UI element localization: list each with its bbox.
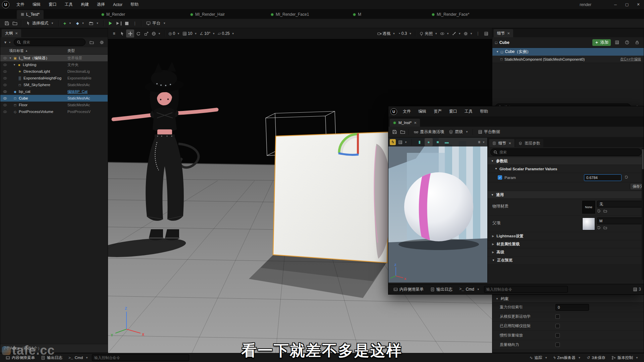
shape-plane-button[interactable]: ▬ (443, 138, 451, 146)
material-details-tab[interactable]: 细节✕ (489, 139, 515, 147)
shape-cylinder-button[interactable]: ▮ (416, 138, 424, 146)
details-help-button[interactable] (623, 39, 631, 47)
unreal-logo-icon[interactable]: U (2, 1, 9, 8)
material-preview-viewport[interactable]: Z X ϟ ▼ ▮ ● ■ ▬ ≡▼ (388, 138, 488, 283)
outliner-row-directionallight[interactable]: ☀ DirectionalLightDirectionalLig (0, 68, 108, 75)
brush-settings-dropdown[interactable]: ▼ (450, 29, 462, 38)
visibility-eye-icon[interactable] (2, 63, 8, 67)
outliner-row-skysphere[interactable]: □ SM_SkySphereStaticMeshAc (0, 81, 108, 88)
component-tree-root-row[interactable]: ▼□ Cube（实例） (492, 48, 644, 56)
filter-button[interactable]: ▼▾ (2, 38, 12, 46)
minimize-button[interactable]: ─ (610, 0, 621, 9)
constraints-header[interactable]: ▼约束 (492, 295, 644, 303)
close-icon[interactable]: ✕ (507, 32, 510, 35)
outliner-search-input[interactable] (23, 40, 83, 44)
shape-sphere-button[interactable]: ● (425, 138, 433, 146)
use-selected-icon[interactable] (597, 226, 601, 231)
browse-asset-icon[interactable] (603, 209, 607, 214)
console-input[interactable] (92, 354, 189, 361)
kinematic-checkbox[interactable] (555, 314, 560, 319)
add-component-button[interactable]: ＋添加 (592, 39, 611, 46)
select-tool-button[interactable] (118, 29, 126, 38)
show-inactive-toggle[interactable]: 显示未激活项 (412, 128, 446, 136)
gyro-checkbox[interactable] (555, 324, 560, 328)
visibility-eye-icon[interactable] (2, 56, 8, 60)
more-options-button[interactable]: ⋮ (474, 29, 482, 38)
physical-material-select[interactable]: 无▼ (597, 201, 644, 207)
preview-image-dropdown[interactable]: ▼ (397, 138, 409, 146)
param-group-header[interactable]: ▼参数组 (488, 157, 644, 165)
material-search-input[interactable] (499, 150, 639, 154)
outliner-row-heightfog[interactable]: ▒ ExponentialHeightFogExponentialHe (0, 75, 108, 81)
mw-menu-window[interactable]: 窗口 (445, 106, 461, 117)
select-mode-dropdown[interactable]: 选择模式▼ (24, 19, 56, 27)
mw-menu-tools[interactable]: 工具 (461, 106, 476, 117)
tab-mi-render-hair[interactable]: MI_Render_Hair (186, 10, 229, 19)
quick-add-dropdown[interactable]: +▼ (61, 19, 74, 27)
platforms-dropdown[interactable]: 平台▼ (144, 19, 168, 27)
outliner-column-header[interactable]: 项目标签▲ 类型 (0, 47, 108, 55)
move-tool-button[interactable] (126, 29, 134, 38)
shape-cube-button[interactable]: ■ (434, 138, 442, 146)
mass-checkbox[interactable] (555, 343, 560, 347)
viewport-settings-dropdown[interactable]: ▼ (462, 29, 474, 38)
details-view-options-button[interactable] (613, 39, 621, 47)
world-local-toggle[interactable]: ▼ (150, 29, 162, 38)
visibility-eye-icon[interactable] (2, 110, 8, 114)
outliner-row-folder[interactable]: ▼■ Lighting文件夹 (0, 61, 108, 68)
visibility-eye-icon[interactable] (2, 89, 8, 94)
outliner-row-floor[interactable]: □ FloorStaticMeshAc (0, 102, 108, 108)
blueprints-dropdown[interactable]: ◆▼ (74, 19, 87, 27)
general-header[interactable]: ▼通用 (488, 191, 644, 199)
mw-menu-file[interactable]: 文件 (399, 106, 415, 117)
camera-speed-button[interactable]: ◔0.3▼ (396, 29, 413, 38)
inertia-checkbox[interactable] (555, 333, 560, 338)
save-button[interactable] (390, 128, 398, 136)
mw-menu-help[interactable]: 帮助 (476, 106, 492, 117)
zen-server-dropdown[interactable]: ϟZen服务器▼ (551, 354, 583, 361)
param-value-input[interactable] (584, 174, 622, 181)
menu-file[interactable]: 文件 (13, 0, 28, 9)
menu-actor[interactable]: Actor (109, 0, 126, 9)
frame-skip-button[interactable] (114, 19, 123, 27)
tab-material-m[interactable]: M (349, 10, 365, 19)
maximize-viewport-button[interactable] (482, 29, 490, 38)
grid-snap-button[interactable]: 10▼ (181, 29, 198, 38)
visibility-eye-icon[interactable] (2, 83, 8, 87)
parent-material-thumbnail[interactable] (582, 218, 595, 230)
global-scalar-header[interactable]: ▼Global Scalar Parameter Values (488, 165, 644, 173)
visibility-eye-icon[interactable] (2, 76, 8, 80)
lightmass-header[interactable]: ▶Lightmass设置 (488, 232, 644, 240)
cmd-dropdown[interactable]: >_Cmd▼ (457, 286, 482, 293)
use-selected-icon[interactable] (597, 209, 601, 214)
scale-snap-button[interactable]: ▱0.25▼ (216, 29, 236, 38)
outliner-row-bp-cat[interactable]: ◆ bp_cat编辑BP_Cat (0, 88, 108, 95)
save-button[interactable] (3, 19, 11, 27)
cinematics-dropdown[interactable]: ▼ (87, 19, 101, 27)
visibility-eye-icon[interactable] (2, 69, 8, 74)
cmd-dropdown[interactable]: >_Cmd▼ (66, 354, 91, 361)
menu-tools[interactable]: 工具 (61, 0, 76, 9)
visibility-eye-icon[interactable] (2, 103, 8, 107)
menu-edit[interactable]: 编辑 (29, 0, 44, 9)
material-overrides-header[interactable]: ▶材质属性重载 (488, 240, 644, 248)
unsaved-changes-button[interactable]: ↺3未保存 (585, 354, 608, 361)
mw-status-badge[interactable]: 3 (633, 287, 641, 292)
material-instance-tab[interactable]: M_Inst* ✕ (390, 119, 420, 127)
tab-mi-render-face[interactable]: MI_Render_Face* (428, 10, 473, 19)
param-checkbox[interactable]: ✓ (498, 175, 502, 180)
mw-menu-asset[interactable]: 资产 (430, 106, 445, 117)
mw-console-input[interactable] (484, 286, 568, 293)
outliner-row-level[interactable]: ▼▣ L_Test（编辑器）世界场景 (0, 55, 108, 61)
browse-button[interactable] (398, 128, 407, 136)
selected-cube-mesh[interactable] (273, 132, 389, 263)
previewing-header[interactable]: ▼正在预览 (488, 256, 644, 264)
outliner-settings-button[interactable] (98, 38, 106, 46)
outliner-search[interactable] (14, 39, 86, 46)
details-tab[interactable]: 细节✕ (494, 29, 513, 37)
viewport-options-button[interactable]: ≡ (110, 29, 118, 38)
material-search[interactable] (490, 148, 642, 156)
play-button[interactable] (106, 19, 114, 27)
physical-material-thumbnail[interactable]: None (582, 201, 595, 214)
source-control-dropdown[interactable]: 版本控制▼ (609, 354, 641, 361)
